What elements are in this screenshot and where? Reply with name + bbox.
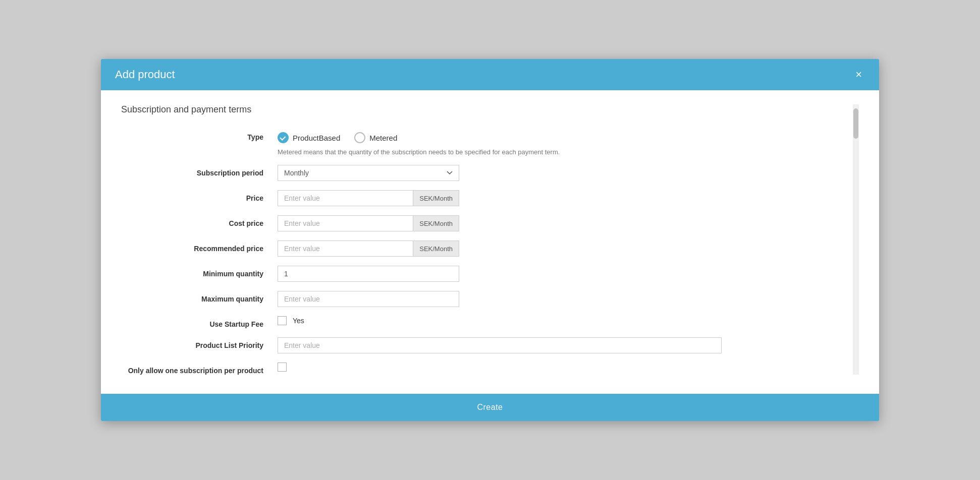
price-input[interactable] [278, 190, 413, 206]
cost-price-label: Cost price [121, 215, 278, 227]
min-quantity-control [278, 266, 859, 282]
recommended-price-label: Recommended price [121, 241, 278, 253]
type-row: Type ProductBased Metered Metered means … [121, 129, 859, 156]
recommended-price-input-group: SEK/Month [278, 241, 459, 257]
recommended-price-row: Recommended price SEK/Month [121, 241, 859, 257]
cost-price-control: SEK/Month [278, 215, 859, 231]
subscription-period-select[interactable]: Monthly Quarterly Annually [278, 165, 459, 181]
modal-footer: Create [101, 394, 879, 421]
product-list-priority-input[interactable] [278, 337, 722, 353]
section-title: Subscription and payment terms [121, 104, 859, 115]
cost-price-addon: SEK/Month [413, 215, 459, 231]
min-quantity-label: Minimum quantity [121, 266, 278, 278]
startup-fee-row: Use Startup Fee Yes [121, 316, 859, 328]
startup-fee-checkbox-row: Yes [278, 316, 859, 325]
subscription-period-control: Monthly Quarterly Annually [278, 165, 859, 181]
scrollbar-thumb[interactable] [853, 108, 858, 139]
subscription-period-label: Subscription period [121, 165, 278, 177]
price-row: Price SEK/Month [121, 190, 859, 206]
recommended-price-addon: SEK/Month [413, 241, 459, 257]
product-list-priority-control [278, 337, 859, 353]
price-label: Price [121, 190, 278, 202]
product-list-priority-row: Product List Priority [121, 337, 859, 353]
product-based-label: ProductBased [293, 134, 340, 142]
startup-fee-label: Use Startup Fee [121, 316, 278, 328]
scrollbar-track[interactable] [853, 104, 859, 375]
cost-price-input[interactable] [278, 215, 413, 231]
type-control: ProductBased Metered Metered means that … [278, 129, 859, 156]
close-button[interactable]: × [852, 68, 865, 81]
one-subscription-label: Only allow one subscription per product [121, 363, 278, 375]
max-quantity-row: Maximum quantity [121, 291, 859, 307]
product-based-radio[interactable] [278, 132, 289, 143]
one-subscription-checkbox[interactable] [278, 363, 287, 372]
startup-fee-yes-label: Yes [293, 317, 304, 325]
cost-price-input-group: SEK/Month [278, 215, 459, 231]
min-quantity-row: Minimum quantity [121, 266, 859, 282]
type-radio-group: ProductBased Metered [278, 129, 859, 143]
metered-radio[interactable] [354, 132, 365, 143]
one-subscription-row: Only allow one subscription per product [121, 363, 859, 375]
startup-fee-checkbox[interactable] [278, 316, 287, 325]
one-subscription-checkbox-row [278, 363, 859, 372]
type-hint: Metered means that the quantity of the s… [278, 148, 859, 156]
price-addon: SEK/Month [413, 190, 459, 206]
max-quantity-label: Maximum quantity [121, 291, 278, 303]
modal-title: Add product [115, 68, 175, 81]
recommended-price-control: SEK/Month [278, 241, 859, 257]
max-quantity-control [278, 291, 859, 307]
price-control: SEK/Month [278, 190, 859, 206]
metered-option[interactable]: Metered [354, 132, 397, 143]
create-button[interactable]: Create [101, 394, 879, 421]
min-quantity-input[interactable] [278, 266, 459, 282]
product-list-priority-label: Product List Priority [121, 337, 278, 349]
modal-body: Subscription and payment terms Type Prod… [101, 90, 879, 394]
product-based-option[interactable]: ProductBased [278, 132, 340, 143]
startup-fee-control: Yes [278, 316, 859, 325]
one-subscription-control [278, 363, 859, 372]
price-input-group: SEK/Month [278, 190, 459, 206]
modal-header: Add product × [101, 59, 879, 90]
modal-body-inner: Subscription and payment terms Type Prod… [121, 104, 859, 375]
recommended-price-input[interactable] [278, 241, 413, 257]
metered-label: Metered [369, 134, 397, 142]
subscription-period-row: Subscription period Monthly Quarterly An… [121, 165, 859, 181]
modal-container: Add product × Subscription and payment t… [101, 59, 879, 421]
type-label: Type [121, 129, 278, 141]
cost-price-row: Cost price SEK/Month [121, 215, 859, 231]
max-quantity-input[interactable] [278, 291, 459, 307]
